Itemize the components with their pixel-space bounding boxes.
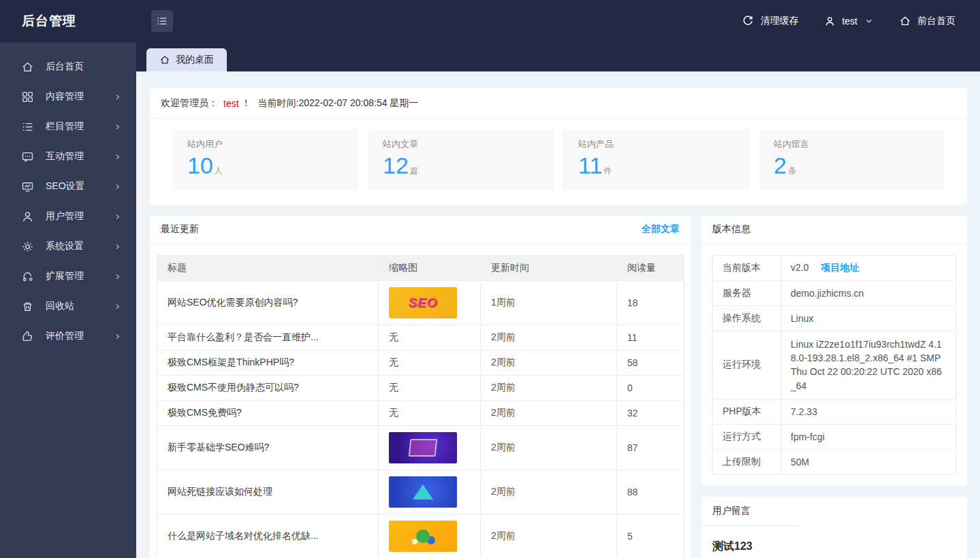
article-title[interactable]: 极致CMS不使用伪静态可以吗?: [157, 375, 379, 400]
panel-title: 版本信息: [712, 223, 750, 235]
thumbnail: [389, 476, 457, 508]
thumbnail: 无: [389, 382, 470, 394]
version-label: 操作系统: [713, 306, 781, 331]
user-messages-panel: 用户留言 测试123: [701, 497, 967, 558]
sidebar-item-content[interactable]: 内容管理: [0, 82, 136, 112]
sidebar-item-label: 系统设置: [46, 240, 84, 252]
version-label: 服务器: [713, 280, 781, 306]
sidebar-item-users[interactable]: 用户管理: [0, 201, 136, 231]
user-icon: [21, 210, 34, 223]
clear-cache-button[interactable]: 清理缓存: [742, 15, 798, 27]
sidebar-item-interaction[interactable]: 互动管理: [0, 142, 136, 171]
version-value: Linux: [781, 306, 956, 331]
thumbnail: SEO: [389, 287, 457, 318]
update-time: 2周前: [481, 470, 617, 514]
stats-row: 站内用户 10人 站内文章 12篇 站内产品 11件 站内留言 2条: [150, 118, 967, 205]
chevron-right-icon: [114, 333, 121, 340]
table-row[interactable]: 网站死链接应该如何处理 2周前 88: [157, 470, 684, 514]
stat-card-articles[interactable]: 站内文章 12篇: [368, 129, 554, 191]
collapse-menu-button[interactable]: [151, 10, 173, 32]
chevron-right-icon: [114, 153, 121, 161]
sidebar-item-extensions[interactable]: 扩展管理: [0, 261, 136, 291]
sidebar-item-label: 评价管理: [46, 330, 84, 342]
sidebar-item-dashboard[interactable]: 后台首页: [0, 52, 136, 82]
table-row[interactable]: 新手零基础学SEO难吗? 2周前 87: [157, 425, 684, 470]
thumbs-up-icon: [21, 330, 34, 343]
version-value: 50M: [781, 449, 956, 474]
admin-name: test: [223, 98, 239, 109]
project-link[interactable]: 项目地址: [821, 262, 859, 273]
chevron-right-icon: [114, 273, 121, 280]
version-value: fpm-fcgi: [781, 424, 956, 449]
chevron-down-icon: [865, 17, 873, 25]
sidebar-item-label: 后台首页: [46, 61, 84, 73]
table-row[interactable]: 平台靠什么盈利？是否会一直维护... 无 2周前 11: [157, 325, 684, 350]
column-header-title: 标题: [157, 255, 379, 280]
tab-bar: 我的桌面: [136, 42, 980, 71]
current-time: 当前时间:2022-02-07 20:08:54 星期一: [258, 97, 419, 110]
grid-icon: [21, 91, 34, 103]
home-icon: [159, 54, 170, 65]
version-label: 运行环境: [713, 331, 781, 399]
article-title[interactable]: 极致CMS免费吗?: [157, 400, 379, 425]
home-icon: [21, 61, 34, 73]
sidebar-item-columns[interactable]: 栏目管理: [0, 112, 136, 142]
message-item[interactable]: 测试123: [701, 526, 967, 558]
thumbnail: 无: [389, 357, 470, 369]
stat-label: 站内产品: [578, 138, 734, 150]
stat-card-messages[interactable]: 站内留言 2条: [759, 129, 945, 191]
article-title[interactable]: 极致CMS框架是ThinkPHP吗?: [157, 350, 379, 375]
version-label: 上传限制: [713, 449, 781, 474]
sidebar-item-seo[interactable]: SEO设置: [0, 171, 136, 201]
view-count: 11: [617, 325, 684, 350]
stat-unit: 件: [603, 165, 612, 177]
stat-card-products[interactable]: 站内产品 11件: [563, 129, 749, 191]
view-count: 58: [617, 350, 684, 375]
table-header-row: 标题 缩略图 更新时间 阅读量: [157, 255, 684, 280]
version-row: 运行环境 Linux iZ2ze1o1f17iu93rch1twdZ 4.18.…: [713, 331, 956, 399]
frontend-home-button[interactable]: 前台首页: [899, 15, 955, 27]
stat-card-users[interactable]: 站内用户 10人: [172, 129, 358, 191]
sidebar-item-label: 内容管理: [46, 91, 84, 103]
stat-unit: 条: [788, 165, 796, 177]
sidebar-item-reviews[interactable]: 评价管理: [0, 321, 136, 351]
article-title[interactable]: 网站死链接应该如何处理: [157, 470, 379, 514]
table-row[interactable]: 极致CMS不使用伪静态可以吗? 无 2周前 0: [157, 375, 684, 400]
article-title[interactable]: 什么是网站子域名对优化排名优缺...: [157, 514, 379, 558]
panel-title: 用户留言: [712, 505, 750, 517]
sidebar-item-label: 互动管理: [46, 150, 84, 163]
panel-title: 最近更新: [161, 223, 199, 235]
view-count: 0: [617, 375, 684, 400]
stat-label: 站内留言: [774, 138, 930, 150]
welcome-suffix: ！: [242, 97, 251, 110]
version-label: PHP版本: [713, 399, 781, 424]
welcome-panel: 欢迎管理员：test！ 当前时间:2022-02-07 20:08:54 星期一…: [150, 88, 967, 205]
table-row[interactable]: 极致CMS免费吗? 无 2周前 32: [157, 400, 684, 425]
version-row: 当前版本 v2.0项目地址: [713, 255, 956, 280]
version-value: demo.jizhicms.cn: [781, 280, 956, 306]
table-row[interactable]: 极致CMS框架是ThinkPHP吗? 无 2周前 58: [157, 350, 684, 375]
user-menu[interactable]: test: [824, 16, 873, 27]
column-header-thumbnail: 缩略图: [379, 255, 481, 280]
version-value: v2.0: [791, 262, 808, 273]
article-title[interactable]: 新手零基础学SEO难吗?: [157, 425, 379, 470]
update-time: 2周前: [481, 400, 617, 425]
thumbnail: [389, 521, 457, 552]
view-count: 5: [617, 514, 684, 558]
article-title[interactable]: 平台靠什么盈利？是否会一直维护...: [157, 325, 379, 350]
sidebar-item-label: 回收站: [46, 300, 74, 312]
stat-value: 10: [187, 152, 213, 180]
table-row[interactable]: 什么是网站子域名对优化排名优缺... 2周前 5: [157, 514, 684, 558]
table-row[interactable]: 网站SEO优化需要原创内容吗? SEO 1周前 18: [157, 280, 684, 325]
frontend-home-label: 前台首页: [917, 15, 955, 27]
article-title[interactable]: 网站SEO优化需要原创内容吗?: [157, 280, 379, 325]
chevron-right-icon: [114, 213, 121, 220]
sidebar-item-recycle-bin[interactable]: 回收站: [0, 291, 136, 321]
sidebar-item-system[interactable]: 系统设置: [0, 231, 136, 261]
sidebar-item-label: SEO设置: [46, 180, 85, 193]
sidebar-item-label: 扩展管理: [46, 270, 84, 282]
all-articles-link[interactable]: 全部文章: [642, 223, 680, 235]
home-icon: [899, 15, 911, 27]
user-icon: [824, 16, 836, 27]
tab-my-desktop[interactable]: 我的桌面: [146, 48, 227, 71]
